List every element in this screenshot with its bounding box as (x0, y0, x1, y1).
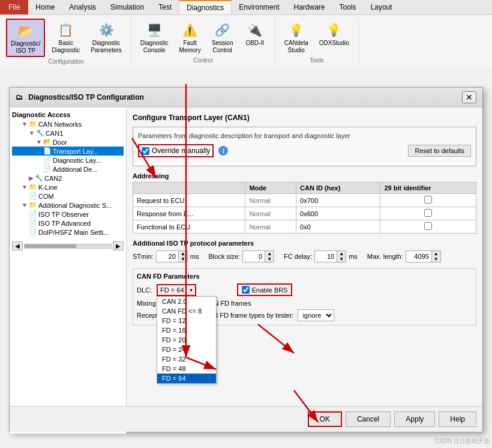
29bit-checkbox-response[interactable] (424, 209, 432, 217)
ribbon-btn-basic-diagnostic[interactable]: 📋 BasicDiagnostic (47, 19, 84, 57)
tree-label-diagnostic-layer: Diagnostic Lay... (53, 157, 101, 164)
dropdown-item-canfd8[interactable]: CAN FD <= 8 (157, 306, 216, 316)
ribbon-group-control: 🖥️ DiagnosticConsole ⚠️ FaultMemory 🔗 Se… (135, 17, 275, 65)
enable-brs-checkbox[interactable] (242, 286, 250, 294)
stmin-up[interactable]: ▲ (179, 251, 187, 256)
block-size-down[interactable]: ▼ (265, 256, 274, 262)
stmin-input[interactable] (157, 252, 178, 261)
dropdown-item-fd64[interactable]: FD = 64 (157, 374, 216, 383)
ribbon-btn-diagnostic-console[interactable]: 🖥️ DiagnosticConsole (136, 19, 173, 56)
scroll-right-btn[interactable]: ▶ (113, 241, 124, 250)
dialog-close-button[interactable]: ✕ (462, 91, 476, 103)
odxstudio-icon: 💡 (325, 20, 344, 40)
ribbon-btn-obd2[interactable]: 🔌 OBD-II (240, 19, 270, 56)
tree-item-diagnostic-layer[interactable]: 📄 Diagnostic Lay... (12, 156, 124, 165)
dialog-title-bar: 🗂 Diagnostics/ISO TP Configuration ✕ (10, 88, 482, 107)
dropdown-item-fd16[interactable]: FD = 16 (157, 325, 216, 335)
fc-delay-unit: ms (349, 253, 358, 260)
ribbon-btn-session-control[interactable]: 🔗 SessionControl (208, 19, 238, 56)
info-icon[interactable]: i (218, 146, 228, 156)
row-29bit-functional[interactable] (380, 220, 476, 234)
row-29bit-response[interactable] (380, 207, 476, 220)
tab-home[interactable]: Home (28, 0, 62, 14)
tab-diagnostics[interactable]: Diagnostics (179, 0, 232, 14)
reset-defaults-button[interactable]: Reset to defaults (408, 145, 471, 157)
fc-delay-down[interactable]: ▼ (337, 256, 346, 262)
dropdown-item-fd12[interactable]: FD = 12 (157, 316, 216, 325)
tree-item-kline[interactable]: ▼ 📁 K-Line (12, 183, 124, 192)
dropdown-item-fd24[interactable]: FD = 24 (157, 345, 216, 354)
tree-item-can1[interactable]: ▼ 🔧 CAN1 (12, 129, 124, 138)
29bit-checkbox-functional[interactable] (424, 222, 432, 230)
stmin-down[interactable]: ▼ (179, 256, 187, 262)
tree-item-door[interactable]: ▼ 📂 Door (12, 138, 124, 147)
row-29bit-request[interactable] (380, 194, 476, 207)
row-canid-functional[interactable]: 0x0 (296, 220, 380, 234)
ribbon-btn-diagnostic-isotp[interactable]: 📂 Diagnostic/ISO TP (6, 19, 45, 57)
tree-item-additional-desc[interactable]: 📄 Additional De... (12, 165, 124, 174)
tree-item-can2[interactable]: ▶ 🔧 CAN2 (12, 174, 124, 183)
tree-label-can-networks: CAN Networks (38, 121, 82, 128)
ribbon-btn-odxstudio[interactable]: 💡 ODXStudio (315, 19, 353, 56)
item-icon-doip-hsfz: 📄 (29, 228, 37, 236)
ribbon-tabs: File Home Analysis Simulation Test Diagn… (0, 0, 492, 15)
max-length-up[interactable]: ▲ (432, 251, 440, 256)
fc-delay-up[interactable]: ▲ (337, 251, 346, 256)
tree-item-can-networks[interactable]: ▼ 📁 CAN Networks (12, 120, 124, 129)
ribbon-btn-fault-memory[interactable]: ⚠️ FaultMemory (175, 19, 205, 56)
diagnostic-console-label: DiagnosticConsole (140, 40, 169, 54)
file-tab[interactable]: File (0, 0, 28, 14)
cancel-button[interactable]: Cancel (346, 411, 391, 427)
tab-test[interactable]: Test (151, 0, 179, 14)
obd2-icon: 🔌 (245, 20, 265, 40)
diagnostic-isotp-label: Diagnostic/ISO TP (11, 40, 40, 55)
apply-button[interactable]: Apply (394, 411, 435, 427)
item-icon-additional-desc: 📄 (43, 165, 52, 173)
tree-item-iso-observer[interactable]: 📄 ISO TP Observer (12, 210, 124, 219)
ribbon-btn-diagnostic-params[interactable]: ⚙️ DiagnosticParameters (86, 19, 126, 57)
dropdown-item-can20[interactable]: CAN 2.0 (157, 297, 216, 306)
29bit-checkbox-request[interactable] (424, 196, 432, 204)
tab-hardware[interactable]: Hardware (287, 0, 332, 14)
tree-item-iso-advanced[interactable]: 📄 ISO TP Advanced (12, 219, 124, 228)
fc-delay-input[interactable] (315, 252, 337, 261)
tab-environment[interactable]: Environment (232, 0, 286, 14)
enable-brs-label[interactable]: Enable BRS (237, 283, 293, 296)
tree-label-can2: CAN2 (44, 175, 62, 182)
block-size-up[interactable]: ▲ (265, 251, 274, 256)
item-icon-diagnostic-layer: 📄 (43, 156, 52, 164)
block-size-input[interactable] (243, 252, 265, 261)
dropdown-item-fd48[interactable]: FD = 48 (157, 364, 216, 374)
dropdown-item-fd32[interactable]: FD = 32 (157, 354, 216, 364)
ok-button[interactable]: OK (308, 411, 342, 427)
tree-label-com: COM (38, 193, 54, 200)
diagnostic-access-label: Diagnostic Access (12, 110, 124, 120)
folder-icon-additional: 📁 (29, 201, 37, 209)
tab-layout[interactable]: Layout (364, 0, 400, 14)
dropdown-item-fd20[interactable]: FD = 20 (157, 335, 216, 345)
tree-item-com[interactable]: 📄 COM (12, 192, 124, 201)
row-canid-response[interactable]: 0x600 (296, 207, 380, 220)
override-checkbox-input[interactable] (142, 147, 149, 155)
tree-item-doip-hsfz[interactable]: 📄 DoIP/HSFZ Main Setti... (12, 228, 124, 237)
tree-item-additional-diagnostic[interactable]: ▼ 📁 Additional Diagnostic S... (12, 201, 124, 210)
tab-tools[interactable]: Tools (332, 0, 364, 14)
dlc-label: DLC: (137, 286, 152, 294)
override-checkbox-container[interactable]: Override manually (138, 144, 214, 157)
tab-simulation[interactable]: Simulation (103, 0, 151, 14)
dialog: 🗂 Diagnostics/ISO TP Configuration ✕ Dia… (9, 87, 483, 432)
dlc-dropdown[interactable]: FD = 64 ▼ (157, 284, 196, 296)
ribbon: File Home Analysis Simulation Test Diagn… (0, 0, 492, 68)
candela-studio-icon: 💡 (287, 20, 306, 40)
tree-item-transport-layer[interactable]: 📄 Transport Lay... (12, 147, 124, 156)
reception-select[interactable]: ignore warn error (298, 309, 334, 321)
max-length-down[interactable]: ▼ (432, 256, 440, 262)
tree-label-can1: CAN1 (46, 130, 63, 137)
ribbon-btn-candela-studio[interactable]: 💡 CANdelaStudio (280, 19, 313, 56)
help-button[interactable]: Help (439, 411, 476, 427)
max-length-input[interactable] (406, 252, 431, 261)
canfd-title: CAN FD Parameters (137, 273, 472, 280)
scroll-left-btn[interactable]: ◀ (12, 241, 23, 250)
row-canid-request[interactable]: 0x700 (296, 194, 380, 207)
tab-analysis[interactable]: Analysis (62, 0, 103, 14)
